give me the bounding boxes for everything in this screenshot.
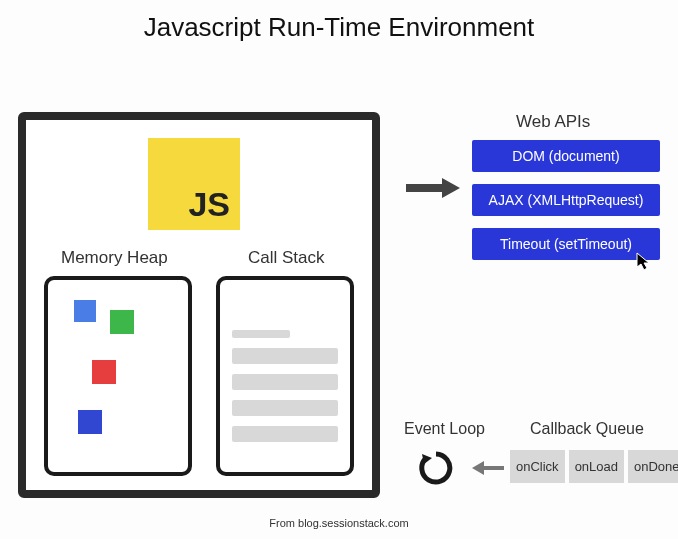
memory-heap-box — [44, 276, 192, 476]
api-item-timeout: Timeout (setTimeout) — [472, 228, 660, 260]
heap-object-icon — [74, 300, 96, 322]
heap-object-icon — [78, 410, 102, 434]
arrow-right-icon — [404, 176, 460, 204]
js-engine-box: JS Memory Heap Call Stack — [18, 112, 380, 498]
call-stack-label: Call Stack — [248, 248, 325, 268]
callback-item: onLoad — [569, 450, 624, 483]
svg-marker-1 — [442, 178, 460, 198]
attribution-text: From blog.sessionstack.com — [0, 517, 678, 529]
cursor-icon — [636, 252, 652, 276]
stack-frame-icon — [232, 330, 290, 338]
js-logo-text: JS — [188, 185, 230, 224]
api-item-dom: DOM (document) — [472, 140, 660, 172]
memory-heap-label: Memory Heap — [61, 248, 168, 268]
callback-item: onDone — [628, 450, 678, 483]
web-apis-list: DOM (document) AJAX (XMLHttpRequest) Tim… — [472, 140, 660, 260]
callback-queue: onClick onLoad onDone — [510, 450, 678, 483]
call-stack-box — [216, 276, 354, 476]
stack-frame-icon — [232, 426, 338, 442]
web-apis-label: Web APIs — [516, 112, 590, 132]
heap-object-icon — [110, 310, 134, 334]
stack-frame-icon — [232, 400, 338, 416]
stack-frame-icon — [232, 374, 338, 390]
arrow-left-icon — [472, 459, 506, 481]
event-loop-label: Event Loop — [404, 420, 485, 438]
callback-item: onClick — [510, 450, 565, 483]
api-item-ajax: AJAX (XMLHttpRequest) — [472, 184, 660, 216]
stack-frame-icon — [232, 348, 338, 364]
js-logo: JS — [148, 138, 240, 230]
heap-object-icon — [92, 360, 116, 384]
page-title: Javascript Run-Time Environment — [0, 0, 678, 43]
svg-marker-4 — [472, 461, 484, 475]
event-loop-icon — [418, 450, 454, 490]
callback-queue-label: Callback Queue — [530, 420, 644, 438]
